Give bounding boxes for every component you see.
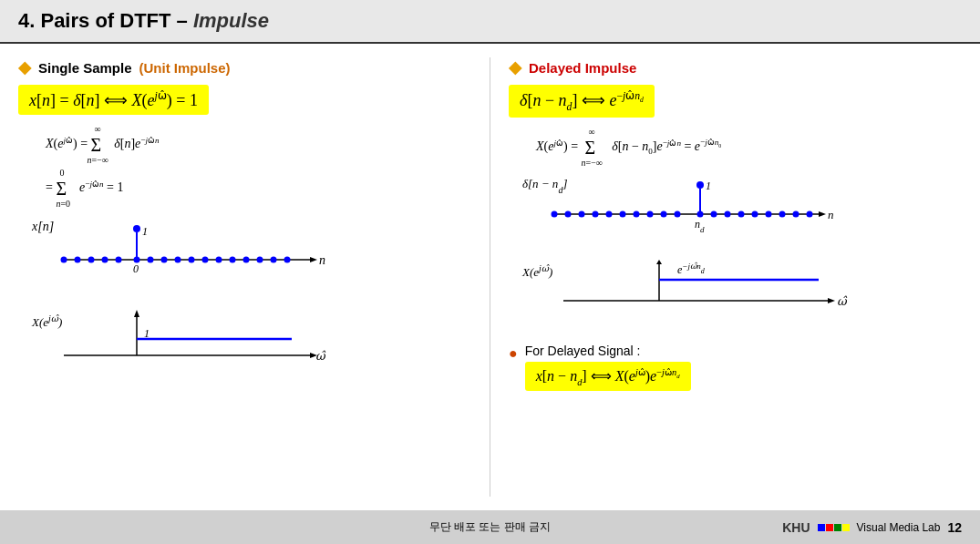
svg-point-49 [661,210,667,217]
svg-marker-66 [828,298,835,303]
svg-point-59 [807,210,813,217]
svg-text:X(ejω̂): X(ejω̂) [31,313,62,330]
svg-point-16 [175,257,181,263]
right-formula-1: X(ejω̂) = ∞ Σ n=−∞ δ[n − n0]e−jω̂n = e−j… [536,131,962,164]
left-section-title: ◆ Single Sample (Unit Impulse) [18,57,471,77]
left-graph-xn: x[n] 1 n 0 [27,212,471,303]
lab-name-text: Visual Media Lab [857,521,941,534]
svg-point-14 [148,257,154,263]
svg-point-1 [133,225,140,232]
svg-text:X(ejω̂): X(ejω̂) [521,262,552,279]
slide-footer: 무단 배포 또는 판매 금지 KHU Visual Media Lab 12 [0,510,980,544]
svg-marker-5 [310,257,317,262]
footer-right: KHU Visual Media Lab 12 [782,520,962,535]
svg-point-54 [738,210,745,217]
svg-text:n: n [828,208,834,221]
svg-point-34 [696,181,704,189]
svg-point-43 [579,210,585,217]
svg-point-57 [779,210,786,217]
svg-point-18 [202,257,209,263]
svg-point-24 [284,257,291,263]
svg-point-45 [606,210,613,217]
svg-point-20 [230,257,236,263]
svg-point-55 [752,210,758,217]
right-panel: ◆ Delayed Impulse δ[n − nd] ⟺ e−jω̂nd X(… [490,53,980,501]
svg-text:δ[n − nd]: δ[n − nd] [522,177,567,195]
svg-point-19 [216,257,222,263]
khu-logo: KHU [782,520,810,535]
slide-title: 4. Pairs of DTFT – Impulse [18,9,962,33]
svg-point-52 [711,210,717,217]
left-graph-xn-svg: x[n] 1 n 0 [27,212,346,299]
svg-point-8 [61,257,67,263]
diamond-icon-left: ◆ [18,57,31,77]
footer-center-text: 무단 배포 또는 판매 금지 [429,519,551,535]
right-title-text: Delayed Impulse [529,60,636,76]
svg-text:nd: nd [695,218,705,234]
svg-text:0: 0 [133,262,139,275]
svg-point-42 [565,210,572,217]
right-graph-xejw: X(ejω̂) e−jω̂nd ω̂ [518,260,962,336]
diamond-icon-right: ◆ [509,57,521,77]
svg-marker-38 [819,211,826,217]
svg-point-11 [102,257,108,263]
svg-marker-28 [134,310,139,317]
logo-sq-green [834,524,841,531]
page-number: 12 [947,520,962,535]
slide-header: 4. Pairs of DTFT – Impulse [0,0,980,44]
bottom-highlight-formula: x[n − nd] ⟺ X(ejω̂)e−jω̂nd [525,362,691,392]
logo-sq-yellow [842,524,850,531]
svg-text:ω̂: ω̂ [837,294,848,308]
svg-point-21 [243,257,250,263]
svg-text:x[n]: x[n] [31,220,54,233]
slide-content: ◆ Single Sample (Unit Impulse) x[n] = δ[… [0,44,980,510]
right-graph-delta: δ[n − nd] 1 n nd [518,171,962,252]
delayed-content: For Delayed Signal : x[n − nd] ⟺ X(ejω̂)… [525,344,691,401]
svg-text:ω̂: ω̂ [315,349,326,363]
for-delayed-section: ● For Delayed Signal : x[n − nd] ⟺ X(ejω… [509,344,962,401]
svg-point-44 [593,210,599,217]
svg-point-47 [634,210,640,217]
svg-point-23 [271,257,277,263]
svg-marker-63 [656,260,662,264]
svg-text:n: n [319,253,325,267]
svg-point-22 [257,257,263,263]
left-formula-1: X(ejω̂) = ∞ Σ n=−∞ δ[n]e−jω̂n [46,128,471,161]
svg-point-56 [766,210,772,217]
svg-text:1: 1 [706,180,711,192]
svg-point-58 [793,210,799,217]
title-italic: Impulse [193,9,269,32]
for-delayed-label: For Delayed Signal : [525,344,691,358]
right-section-title: ◆ Delayed Impulse [509,57,962,77]
svg-point-51 [697,210,704,217]
left-highlight-formula: x[n] = δ[n] ⟺ X(ejω̂) = 1 [18,85,209,115]
svg-point-10 [88,257,95,263]
logo-sq-red [826,524,833,531]
svg-point-9 [75,257,81,263]
right-highlight-formula: δ[n − nd] ⟺ e−jω̂nd [509,85,655,118]
left-graph-xejw-svg: X(ejω̂) 1 ω̂ [27,310,346,392]
svg-point-15 [161,257,168,263]
svg-point-48 [647,210,654,217]
svg-text:e−jω̂nd: e−jω̂nd [677,262,706,276]
svg-point-17 [189,257,195,263]
right-formula-block: X(ejω̂) = ∞ Σ n=−∞ δ[n − n0]e−jω̂n = e−j… [536,131,962,164]
svg-point-13 [134,257,140,263]
left-title-paren: (Unit Impulse) [139,60,231,76]
title-text: 4. Pairs of DTFT – [18,9,193,32]
left-formula-2: = 0 Σ n=0 e−jω̂n = 1 [46,172,471,205]
left-graph-xejw: X(ejω̂) 1 ω̂ [27,310,471,395]
left-formula-block: X(ejω̂) = ∞ Σ n=−∞ δ[n]e−jω̂n = 0 Σ n=0 [46,128,471,205]
right-graph-delta-svg: δ[n − nd] 1 n nd [518,171,855,249]
svg-point-41 [552,210,558,217]
svg-text:1: 1 [142,225,148,238]
left-panel: ◆ Single Sample (Unit Impulse) x[n] = δ[… [0,53,490,501]
svg-point-50 [675,210,681,217]
left-title-text: Single Sample [38,60,132,76]
logo-squares-icon [818,524,850,531]
svg-point-12 [116,257,122,263]
logo-sq-blue [818,524,825,531]
right-graph-xejw-svg: X(ejω̂) e−jω̂nd ω̂ [518,260,855,333]
svg-point-46 [620,210,626,217]
slide: 4. Pairs of DTFT – Impulse ◆ Single Samp… [0,0,980,510]
